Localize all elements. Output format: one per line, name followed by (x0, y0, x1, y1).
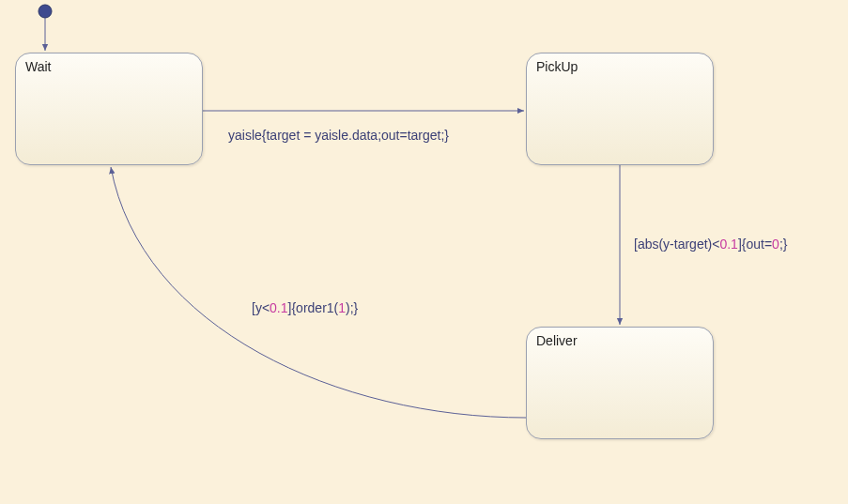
state-wait[interactable]: Wait (15, 53, 203, 165)
transition-deliver-to-wait-label: [y<0.1]{order1(1);} (252, 300, 358, 315)
state-pickup-label: PickUp (536, 59, 578, 74)
label-text: ;} (779, 237, 788, 252)
label-num: 0.1 (719, 237, 737, 252)
transition-pickup-to-deliver-label: [abs(y-target)<0.1]{out=0;} (634, 237, 787, 252)
state-wait-label: Wait (25, 59, 51, 74)
label-num: 0.1 (270, 300, 287, 315)
label-text: yaisle{target = yaisle.data;out=target;} (228, 128, 449, 143)
state-deliver[interactable]: Deliver (526, 327, 714, 439)
label-num: 1 (338, 300, 346, 315)
label-text: [y< (252, 300, 270, 315)
label-num: 0 (772, 237, 779, 252)
transition-wait-to-pickup-label: yaisle{target = yaisle.data;out=target;} (228, 128, 449, 143)
label-text: ]{order1( (288, 300, 339, 315)
state-pickup[interactable]: PickUp (526, 53, 714, 165)
label-text: [abs(y-target)< (634, 237, 719, 252)
label-text: ]{out= (738, 237, 772, 252)
state-deliver-label: Deliver (536, 333, 578, 348)
transition-deliver-to-wait (111, 167, 526, 418)
initial-state-dot (39, 5, 52, 18)
label-text: );} (346, 300, 358, 315)
